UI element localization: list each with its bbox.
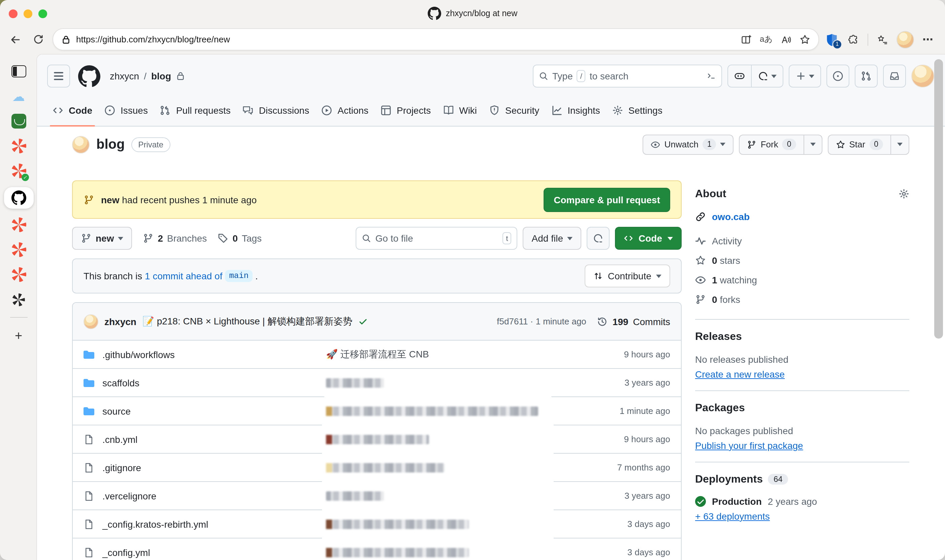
settings-menu-icon[interactable]: ⋯ xyxy=(919,31,937,48)
copilot-dropdown[interactable] xyxy=(751,65,783,87)
zoom-window-button[interactable] xyxy=(39,9,47,18)
branch-selector[interactable]: new xyxy=(72,227,132,250)
deployment-row[interactable]: Production 2 years ago xyxy=(695,496,909,507)
hamburger-menu-button[interactable] xyxy=(47,65,70,88)
tab-issues[interactable]: Issues xyxy=(99,95,153,126)
tab-favicon-cloud[interactable]: ☁ xyxy=(10,88,27,105)
github-favicon xyxy=(428,7,441,20)
close-window-button[interactable] xyxy=(9,9,17,18)
code-button[interactable]: Code xyxy=(615,227,681,250)
stars-link[interactable]: 0 stars xyxy=(695,251,909,270)
fork-button[interactable]: Fork0 xyxy=(739,134,822,154)
split-screen-icon[interactable] xyxy=(741,34,752,45)
edit-about-gear-icon[interactable] xyxy=(899,188,909,199)
reload-button[interactable] xyxy=(29,31,47,48)
file-row[interactable]: scaffolds3 years ago xyxy=(73,368,681,397)
global-search-input[interactable]: Type / to search xyxy=(533,65,722,88)
favorites-icon[interactable] xyxy=(874,31,891,48)
tab-settings[interactable]: Settings xyxy=(607,95,668,126)
contribute-button[interactable]: Contribute xyxy=(585,265,670,288)
tab-pull-requests[interactable]: Pull requests xyxy=(154,95,236,126)
inbox-button[interactable] xyxy=(883,65,906,88)
command-palette-icon[interactable] xyxy=(706,71,716,81)
commits-ahead-link[interactable]: 1 commit ahead of xyxy=(145,271,222,282)
favorite-star-icon[interactable] xyxy=(800,34,810,45)
copilot-icon[interactable] xyxy=(728,65,751,87)
tab-panel-icon[interactable] xyxy=(10,63,27,80)
tab-favicon-pinwheel-1[interactable] xyxy=(10,137,27,155)
tab-favicon-pinwheel-4[interactable] xyxy=(10,241,27,258)
commit-author[interactable]: zhxycn xyxy=(105,316,136,327)
tab-favicon-green-app[interactable] xyxy=(10,112,27,130)
tab-favicon-pinwheel-3[interactable] xyxy=(10,216,27,234)
tab-projects[interactable]: Projects xyxy=(375,95,436,126)
publish-package-link[interactable]: Publish your first package xyxy=(695,440,803,451)
tab-insights[interactable]: Insights xyxy=(546,95,606,126)
tab-security[interactable]: Security xyxy=(484,95,544,126)
file-name-link[interactable]: .cnb.yml xyxy=(102,434,137,445)
lock-icon[interactable] xyxy=(61,35,71,44)
forks-link[interactable]: 0 forks xyxy=(695,289,909,309)
file-name-link[interactable]: source xyxy=(102,406,131,416)
fork-dropdown[interactable] xyxy=(803,135,822,154)
extensions-icon[interactable] xyxy=(845,31,862,48)
tab-actions[interactable]: Actions xyxy=(316,95,374,126)
tab-favicon-github-active[interactable] xyxy=(4,187,33,209)
github-logo[interactable] xyxy=(78,65,100,87)
website-link[interactable]: owo.cab xyxy=(712,211,750,222)
pull-requests-dashboard-button[interactable] xyxy=(855,65,878,88)
file-name-link[interactable]: .gitignore xyxy=(102,462,141,473)
copilot-button[interactable] xyxy=(728,65,783,88)
back-button[interactable] xyxy=(7,31,24,48)
commit-sha-time[interactable]: f5d7611 · 1 minute ago xyxy=(497,316,586,326)
repo-owner-avatar[interactable] xyxy=(72,135,89,153)
tab-discussions[interactable]: Discussions xyxy=(237,95,314,126)
copilot-code-button[interactable] xyxy=(587,227,610,250)
file-name-link[interactable]: _config.yml xyxy=(102,547,150,558)
discussion-icon xyxy=(243,105,254,116)
star-dropdown[interactable] xyxy=(890,135,909,154)
tab-favicon-pinwheel-2[interactable]: ✓ xyxy=(10,162,27,180)
address-bar[interactable]: https://github.com/zhxycn/blog/tree/new … xyxy=(52,28,819,51)
minimize-window-button[interactable] xyxy=(23,9,32,18)
file-name-link[interactable]: .vercelignore xyxy=(102,490,156,501)
file-name-link[interactable]: _config.kratos-rebirth.yml xyxy=(102,518,208,529)
base-branch-chip[interactable]: main xyxy=(225,270,253,282)
browser-shield-icon[interactable]: 1 xyxy=(825,31,839,48)
tags-link[interactable]: 0Tags xyxy=(217,233,262,244)
page-scrollbar[interactable] xyxy=(934,59,943,338)
breadcrumb-repo-link[interactable]: blog xyxy=(151,71,171,82)
tab-code[interactable]: Code xyxy=(47,95,98,126)
watching-link[interactable]: 1 watching xyxy=(695,270,909,289)
commit-message-link[interactable]: 🚀 迁移部署流程至 CNB xyxy=(326,348,429,360)
more-deployments-link[interactable]: + 63 deployments xyxy=(695,511,770,522)
checks-passed-icon[interactable] xyxy=(358,317,368,326)
file-name-link[interactable]: .github/workflows xyxy=(102,349,175,360)
latest-commit-message[interactable]: 📝 p218: CNB × Lighthouse | 解锁构建部署新姿势 xyxy=(142,315,352,328)
tab-favicon-pinwheel-5[interactable] xyxy=(10,266,27,283)
commit-author-avatar[interactable] xyxy=(83,314,98,329)
add-file-button[interactable]: Add file xyxy=(523,227,581,250)
unwatch-button[interactable]: Unwatch 1 xyxy=(643,134,734,154)
tab-wiki[interactable]: Wiki xyxy=(438,95,482,126)
translate-icon[interactable]: aあ xyxy=(760,34,772,45)
file-row[interactable]: .github/workflows🚀 迁移部署流程至 CNB9 hours ag… xyxy=(73,340,681,368)
file-name-link[interactable]: scaffolds xyxy=(102,377,139,388)
read-aloud-icon[interactable] xyxy=(781,34,791,45)
breadcrumb-owner-link[interactable]: zhxycn xyxy=(110,71,139,82)
tab-favicon-pinwheel-dark[interactable] xyxy=(10,291,27,308)
star-button[interactable]: Star0 xyxy=(828,134,910,154)
user-avatar[interactable] xyxy=(911,65,934,88)
branches-link[interactable]: 2Branches xyxy=(143,233,207,244)
create-release-link[interactable]: Create a new release xyxy=(695,369,785,380)
commit-history-link[interactable]: 199Commits xyxy=(597,316,670,327)
go-to-file-input[interactable]: Go to file t xyxy=(356,227,518,250)
compare-pull-request-button[interactable]: Compare & pull request xyxy=(544,188,670,212)
browser-profile-avatar[interactable] xyxy=(897,31,914,48)
issues-dashboard-button[interactable] xyxy=(826,65,849,88)
new-tab-button[interactable]: + xyxy=(10,326,27,344)
create-new-button[interactable] xyxy=(789,65,821,88)
activity-link[interactable]: Activity xyxy=(695,231,909,251)
repo-title[interactable]: blog xyxy=(96,137,125,152)
url-text[interactable]: https://github.com/zhxycn/blog/tree/new xyxy=(76,34,735,45)
